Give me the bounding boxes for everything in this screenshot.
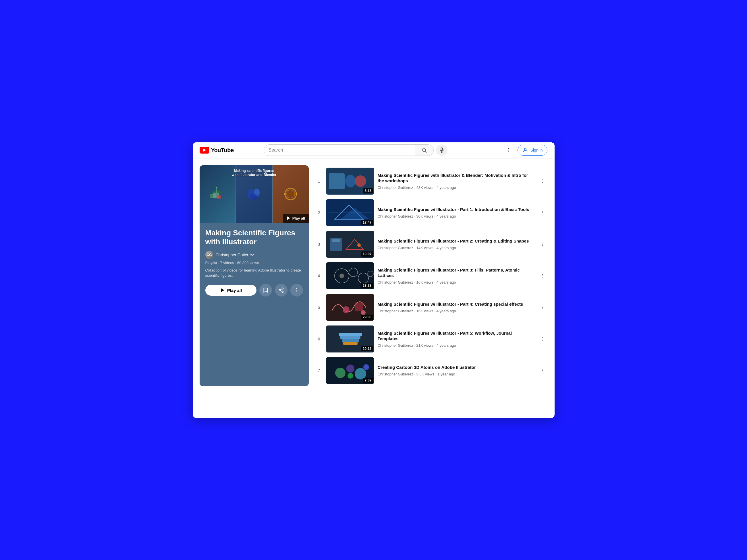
- svg-point-37: [355, 176, 366, 187]
- video-number: 7: [316, 368, 323, 373]
- video-title: Making Scientific Figures w/ Illustrator…: [378, 330, 534, 342]
- svg-point-41: [542, 182, 543, 183]
- search-area: [264, 144, 447, 156]
- svg-point-22: [288, 192, 293, 196]
- svg-marker-26: [221, 288, 224, 292]
- svg-point-47: [542, 212, 543, 213]
- svg-point-19: [250, 194, 258, 200]
- duration-badge: 23:38: [361, 283, 373, 288]
- svg-point-38: [345, 175, 356, 187]
- svg-point-86: [363, 364, 369, 370]
- video-more-button[interactable]: [537, 271, 548, 281]
- video-list: 1 6:16 Making Scientific Figures with Il…: [316, 165, 548, 386]
- share-button[interactable]: [275, 284, 287, 296]
- video-item[interactable]: 3 19:07 Making Scientific Figures w/ Ill…: [316, 229, 548, 260]
- header-right: Sign in: [503, 144, 548, 156]
- search-bar: [264, 144, 415, 156]
- video-number: 6: [316, 337, 323, 341]
- svg-point-88: [542, 370, 543, 371]
- svg-point-48: [542, 214, 543, 214]
- svg-point-40: [542, 181, 543, 181]
- video-channel: Christopher Gutiérrez · 30K views · 4 ye…: [378, 214, 534, 218]
- video-number: 4: [316, 273, 323, 278]
- video-more-button[interactable]: [537, 365, 548, 376]
- thumbnail-title: Making scientific figures with Illustrat…: [200, 169, 309, 177]
- more-vert-icon: [540, 305, 545, 310]
- video-thumbnail: 19:07: [326, 231, 374, 258]
- youtube-logo-icon: [200, 147, 209, 154]
- video-item[interactable]: 5 29:36 Making Scientific Figures w/ Ill…: [316, 292, 548, 323]
- video-more-button[interactable]: [537, 239, 548, 249]
- more-playlist-button[interactable]: [290, 284, 303, 296]
- more-vert-icon: [540, 337, 545, 341]
- svg-point-54: [542, 243, 543, 243]
- video-more-button[interactable]: [537, 208, 548, 218]
- video-more-button[interactable]: [537, 302, 548, 313]
- video-number: 2: [316, 210, 323, 215]
- svg-point-72: [542, 308, 543, 309]
- svg-point-33: [296, 290, 297, 291]
- save-button[interactable]: [259, 284, 272, 296]
- video-item[interactable]: 7 7:39 Creating Cartoon 3D Atoms on Adob…: [316, 355, 548, 386]
- play-icon: [220, 288, 225, 293]
- svg-point-85: [347, 373, 353, 379]
- video-list-panel: 1 6:16 Making Scientific Figures with Il…: [316, 165, 548, 386]
- video-channel: Christopher Gutiérrez · 21K views · 4 ye…: [378, 343, 534, 348]
- logo[interactable]: YouTube: [200, 147, 234, 154]
- mic-icon: [439, 147, 444, 153]
- video-thumbnail: 29:36: [326, 294, 374, 321]
- video-title: Making Scientific Figures with Illustrat…: [378, 172, 534, 184]
- svg-line-31: [280, 289, 282, 290]
- video-item[interactable]: 6 29:16 Making Scientific Figures w/ Ill…: [316, 323, 548, 355]
- more-vert-icon: [540, 242, 545, 246]
- playlist-cover: Making scientific figures with Illustrat…: [200, 165, 309, 223]
- search-input[interactable]: [268, 148, 410, 153]
- svg-point-83: [346, 365, 354, 373]
- video-more-button[interactable]: [537, 176, 548, 186]
- video-more-button[interactable]: [537, 334, 548, 344]
- video-channel: Christopher Gutiérrez · 3.8K views · 1 y…: [378, 372, 534, 376]
- svg-point-14: [216, 195, 221, 199]
- video-title: Making Scientific Figures w/ Illustrator…: [378, 207, 534, 212]
- bookmark-icon: [263, 287, 268, 293]
- more-vert-icon: [540, 210, 545, 215]
- play-all-label: Play all: [227, 288, 242, 293]
- search-button[interactable]: [415, 144, 434, 156]
- svg-point-69: [361, 310, 366, 315]
- svg-point-9: [508, 152, 509, 153]
- svg-point-28: [279, 290, 280, 291]
- video-info: Creating Cartoon 3D Atoms on Adobe Illus…: [378, 365, 534, 376]
- svg-point-79: [542, 339, 543, 339]
- video-number: 1: [316, 179, 323, 183]
- svg-point-63: [542, 274, 543, 275]
- play-overlay-label: Play all: [292, 216, 305, 220]
- more-vert-icon: [540, 368, 545, 373]
- svg-point-39: [542, 179, 543, 180]
- channel-row[interactable]: CG Christopher Gutiérrez: [205, 251, 303, 259]
- svg-point-82: [335, 368, 345, 378]
- video-info: Making Scientific Figures w/ Illustrator…: [378, 301, 534, 313]
- svg-point-27: [282, 288, 283, 289]
- svg-line-3: [426, 151, 427, 153]
- action-buttons: Play all: [205, 284, 303, 296]
- video-thumbnail: 29:16: [326, 325, 374, 352]
- video-item[interactable]: 4 23:38 Making Scientific Figures w/ Ill…: [316, 260, 548, 292]
- svg-point-67: [343, 306, 350, 313]
- video-title: Making Scientific Figures w/ Illustrator…: [378, 238, 534, 244]
- duration-badge: 19:07: [361, 251, 373, 257]
- svg-point-65: [542, 277, 543, 277]
- video-title: Creating Cartoon 3D Atoms on Adobe Illus…: [378, 365, 534, 370]
- video-thumbnail: 23:38: [326, 262, 374, 289]
- more-options-button[interactable]: [503, 144, 514, 156]
- sign-in-button[interactable]: Sign in: [517, 145, 548, 156]
- playlist-info: Making Scientific Figures with Illustrat…: [200, 223, 309, 304]
- video-item[interactable]: 1 6:16 Making Scientific Figures with Il…: [316, 165, 548, 197]
- video-number: 3: [316, 242, 323, 246]
- video-channel: Christopher Gutiérrez · 16K views · 4 ye…: [378, 280, 534, 285]
- mic-button[interactable]: [436, 144, 447, 156]
- duration-badge: 7:39: [363, 378, 373, 383]
- svg-point-2: [422, 148, 426, 152]
- video-item[interactable]: 2 17:47 Making Scientific Figures w/ Ill…: [316, 197, 548, 229]
- svg-rect-4: [441, 148, 442, 151]
- play-all-button[interactable]: Play all: [205, 285, 256, 296]
